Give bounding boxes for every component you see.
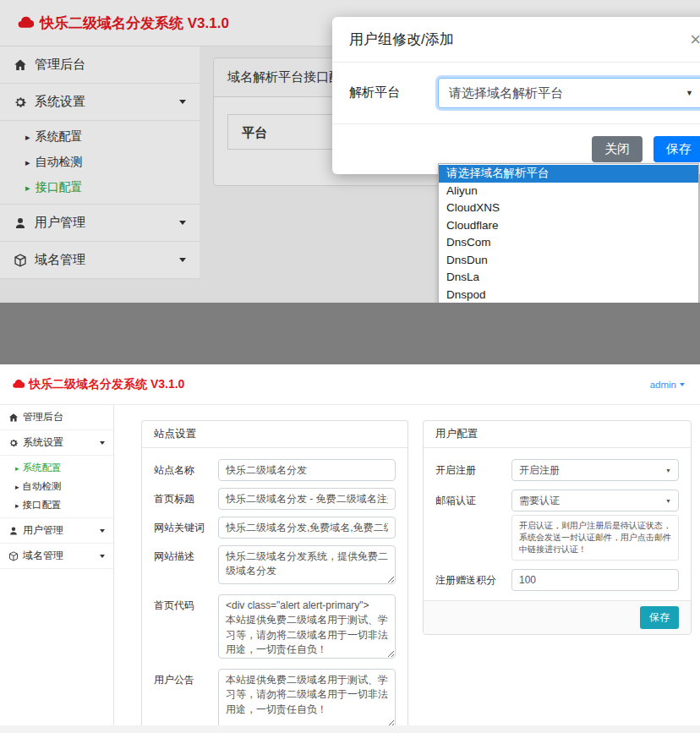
- home-title-label: 首页标题: [154, 488, 218, 510]
- resolve-platform-label: 解析平台: [349, 78, 438, 108]
- select-caret-icon: ▼: [686, 89, 693, 97]
- sidebar-subitem-label: 自动检测: [23, 480, 62, 493]
- chevron-down-icon: [100, 441, 105, 445]
- sidebar-subitem-auto-detect[interactable]: ▸ 自动检测: [0, 478, 113, 496]
- open-register-label: 开启注册: [435, 459, 511, 481]
- email-auth-select[interactable]: 需要认证 ▼: [511, 490, 679, 511]
- user-icon: [8, 526, 19, 536]
- select-value: 需要认证: [519, 494, 665, 508]
- home-icon: [8, 413, 19, 423]
- close-button[interactable]: 关闭: [592, 136, 643, 162]
- select-value: 开启注册: [519, 463, 665, 478]
- bottom-sidebar: 管理后台 系统设置 ▸ 系统配置 ▸ 自动检测 ▸ 接口配置 用户管理 域名管理: [0, 405, 114, 725]
- gear-icon: [8, 438, 19, 448]
- chevron-down-icon: [680, 383, 685, 386]
- select-caret-icon: ▼: [665, 468, 671, 473]
- description-textarea[interactable]: 快乐二级域名分发系统，提供免费二级域名分发: [218, 545, 396, 584]
- sidebar-item-label: 管理后台: [23, 410, 105, 424]
- sidebar-item-label: 域名管理: [23, 549, 96, 563]
- card-title: 用户配置: [424, 421, 691, 448]
- register-points-label: 注册赠送积分: [435, 569, 511, 591]
- email-auth-help-text: 开启认证，则用户注册后是待认证状态，系统会发送一封认证邮件，用户点击邮件中链接进…: [511, 515, 679, 561]
- user-menu-label: admin: [650, 380, 676, 390]
- keywords-input[interactable]: [218, 517, 396, 539]
- dropdown-option[interactable]: Aliyun: [439, 183, 698, 200]
- open-register-select[interactable]: 开启注册 ▼: [511, 459, 679, 481]
- keywords-label: 网站关键词: [154, 517, 218, 539]
- top-screenshot: 快乐二级域名分发系统 V3.1.0 管理后台 系统设置 ▸ 系统配置 ▸ 自动检…: [0, 0, 700, 303]
- close-icon[interactable]: ×: [686, 32, 700, 47]
- sidebar-item-label: 系统设置: [23, 435, 96, 450]
- email-auth-label: 邮箱认证: [435, 490, 511, 561]
- chevron-down-icon: [100, 555, 105, 558]
- home-code-label: 首页代码: [154, 594, 218, 662]
- card-footer: 保存: [424, 600, 691, 634]
- sidebar-item-user-management[interactable]: 用户管理: [0, 518, 113, 544]
- home-code-textarea[interactable]: <div class="alert alert-primary"> 本站提供免费…: [218, 594, 396, 659]
- page-bottom-strip: [0, 725, 700, 733]
- save-button[interactable]: 保存: [654, 136, 700, 162]
- sidebar-item-system-settings[interactable]: 系统设置: [0, 430, 113, 456]
- bottom-navbar: 快乐二级域名分发系统 V3.1.0 admin: [0, 364, 700, 405]
- site-settings-card: 站点设置 站点名称 首页标题 网站关键词 网站描述 快乐二级域名分发系统，提供免…: [141, 420, 408, 729]
- bottom-screenshot: 快乐二级域名分发系统 V3.1.0 admin 管理后台 系统设置 ▸ 系统配置…: [0, 364, 700, 733]
- save-button[interactable]: 保存: [640, 606, 679, 629]
- user-notice-textarea[interactable]: 本站提供免费二级域名用于测试、学习等，请勿将二级域名用于一切非法用途，一切责任自…: [218, 669, 396, 728]
- dropdown-option[interactable]: Cloudflare: [439, 217, 698, 235]
- screenshot-separator-band: [0, 303, 700, 364]
- user-notice-label: 用户公告: [154, 669, 218, 731]
- chevron-down-icon: [100, 529, 105, 533]
- user-menu[interactable]: admin: [650, 380, 685, 390]
- home-title-input[interactable]: [218, 488, 396, 510]
- sidebar-subitem-system-config-active[interactable]: ▸ 系统配置: [0, 456, 113, 478]
- brand-title: 快乐二级域名分发系统 V3.1.0: [29, 377, 184, 392]
- dropdown-option[interactable]: Dnspod: [439, 287, 698, 304]
- site-name-label: 站点名称: [154, 459, 218, 481]
- brand-link[interactable]: 快乐二级域名分发系统 V3.1.0: [0, 377, 650, 392]
- card-title: 站点设置: [142, 421, 407, 448]
- description-label: 网站描述: [154, 545, 218, 588]
- sidebar-item-domain-management[interactable]: 域名管理: [0, 544, 113, 569]
- sidebar-subitem-label: 系统配置: [23, 462, 62, 474]
- box-icon: [8, 551, 19, 561]
- dropdown-option[interactable]: 请选择域名解析平台: [439, 165, 698, 183]
- modal-header: 用户组修改/添加 ×: [332, 17, 700, 63]
- dropdown-option[interactable]: DnsLa: [439, 269, 698, 287]
- triangle-right-icon: ▸: [15, 501, 19, 510]
- resolve-platform-select[interactable]: 请选择域名解析平台 ▼: [438, 78, 700, 108]
- modal-body: 解析平台 请选择域名解析平台 ▼: [332, 63, 700, 123]
- dropdown-option[interactable]: CloudXNS: [439, 200, 698, 217]
- triangle-right-icon: ▸: [15, 483, 19, 491]
- register-points-input[interactable]: [511, 569, 679, 591]
- cloud-icon: [12, 378, 25, 391]
- select-value: 请选择域名解析平台: [449, 85, 686, 101]
- dropdown-option[interactable]: DnsCom: [439, 234, 698, 252]
- site-name-input[interactable]: [218, 459, 396, 481]
- user-config-card: 用户配置 开启注册 开启注册 ▼ 邮箱认证 需要认证 ▼: [423, 420, 692, 635]
- triangle-right-icon: ▸: [15, 464, 19, 473]
- usergroup-modal: 用户组修改/添加 × 解析平台 请选择域名解析平台 ▼ 关闭 保存: [332, 17, 700, 174]
- platform-select-dropdown: 请选择域名解析平台 Aliyun CloudXNS Cloudflare Dns…: [438, 163, 699, 303]
- dropdown-option[interactable]: DnsDun: [439, 252, 698, 270]
- sidebar-subitem-interface-config[interactable]: ▸ 接口配置: [0, 496, 113, 519]
- sidebar-item-label: 用户管理: [23, 523, 96, 538]
- modal-title: 用户组修改/添加: [349, 30, 686, 49]
- sidebar-item-admin-home[interactable]: 管理后台: [0, 405, 113, 430]
- sidebar-subitem-label: 接口配置: [23, 499, 62, 511]
- select-caret-icon: ▼: [665, 498, 671, 504]
